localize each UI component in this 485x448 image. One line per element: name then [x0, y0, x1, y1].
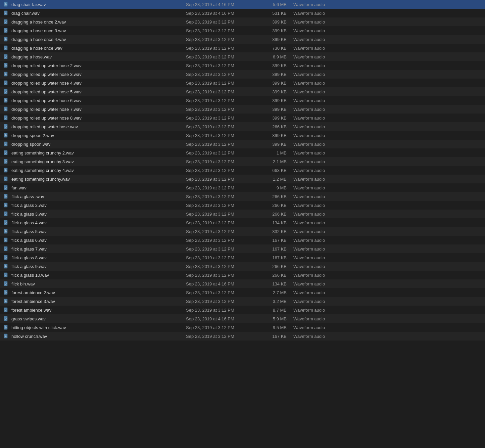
table-row[interactable]: hitting objects with stick.wavSep 23, 20… [0, 323, 485, 332]
table-row[interactable]: hollow crunch.wavSep 23, 2019 at 3:12 PM… [0, 332, 485, 341]
svg-rect-32 [6, 46, 7, 47]
table-row[interactable]: flick bin.wavSep 23, 2019 at 4:16 PM134 … [0, 279, 485, 288]
table-row[interactable]: dropping rolled up water hose 2.wavSep 2… [0, 61, 485, 70]
audio-file-icon [3, 62, 9, 69]
table-row[interactable]: flick a glass 6.wavSep 23, 2019 at 3:12 … [0, 236, 485, 244]
table-row[interactable]: dragging a hose once.wavSep 23, 2019 at … [0, 44, 485, 52]
table-row[interactable]: flick a glass 2.wavSep 23, 2019 at 3:12 … [0, 201, 485, 210]
file-name: flick a glass 6.wav [11, 238, 186, 243]
file-name: dropping rolled up water hose 5.wav [11, 89, 186, 94]
svg-point-209 [5, 301, 6, 302]
svg-point-131 [5, 187, 6, 188]
table-row[interactable]: eating something crunchy 3.wavSep 23, 20… [0, 157, 485, 166]
table-row[interactable]: flick a glass 7.wavSep 23, 2019 at 3:12 … [0, 244, 485, 253]
audio-file-icon [3, 202, 9, 209]
svg-rect-140 [6, 203, 7, 204]
file-date: Sep 23, 2019 at 3:12 PM [186, 229, 263, 234]
table-row[interactable]: dropping rolled up water hose 3.wavSep 2… [0, 70, 485, 79]
svg-rect-8 [6, 11, 7, 12]
file-type: Waveform audio [293, 72, 482, 77]
table-row[interactable]: forest ambience 3.wavSep 23, 2019 at 3:1… [0, 297, 485, 306]
audio-file-icon [3, 10, 9, 16]
table-row[interactable]: dragging a hose once 2.wavSep 23, 2019 a… [0, 17, 485, 26]
table-row[interactable]: dropping rolled up water hose 8.wavSep 2… [0, 114, 485, 122]
audio-file-icon [3, 149, 9, 156]
table-row[interactable]: eating something crunchy.wavSep 23, 2019… [0, 175, 485, 183]
svg-point-227 [5, 327, 6, 328]
table-row[interactable]: dropping spoon 2.wavSep 23, 2019 at 3:12… [0, 131, 485, 140]
svg-point-35 [5, 47, 6, 48]
svg-point-59 [5, 82, 6, 83]
file-type: Waveform audio [293, 81, 482, 86]
table-row[interactable]: flick a glass 9.wavSep 23, 2019 at 3:12 … [0, 262, 485, 271]
file-date: Sep 23, 2019 at 3:12 PM [186, 142, 263, 147]
table-row[interactable]: forest ambience.wavSep 23, 2019 at 3:12 … [0, 306, 485, 314]
file-size: 8.7 MB [263, 308, 293, 313]
file-type: Waveform audio [293, 299, 482, 304]
file-name: flick a glass 10.wav [11, 273, 186, 278]
table-row[interactable]: dropping rolled up water hose 7.wavSep 2… [0, 105, 485, 114]
audio-file-icon [3, 184, 9, 191]
table-row[interactable]: flick a glass 10.wavSep 23, 2019 at 3:12… [0, 271, 485, 279]
file-date: Sep 23, 2019 at 3:12 PM [186, 212, 263, 217]
audio-file-icon [3, 45, 9, 51]
file-type: Waveform audio [293, 229, 482, 234]
table-row[interactable]: dropping spoon.wavSep 23, 2019 at 3:12 P… [0, 140, 485, 148]
table-row[interactable]: dragging a hose once 3.wavSep 23, 2019 a… [0, 26, 485, 35]
file-name: forest ambience.wav [11, 308, 186, 313]
audio-file-icon [3, 71, 9, 78]
table-row[interactable]: dropping rolled up water hose 6.wavSep 2… [0, 96, 485, 105]
file-date: Sep 23, 2019 at 3:12 PM [186, 19, 263, 25]
file-size: 5.6 MB [263, 2, 293, 7]
svg-point-23 [5, 30, 6, 31]
file-size: 134 KB [263, 281, 293, 286]
svg-point-71 [5, 100, 6, 101]
file-date: Sep 23, 2019 at 3:12 PM [186, 72, 263, 77]
table-row[interactable]: fan.wavSep 23, 2019 at 3:12 PM9 MBWavefo… [0, 183, 485, 192]
file-name: dropping spoon.wav [11, 142, 186, 147]
file-name: flick a glass 4.wav [11, 220, 186, 225]
table-row[interactable]: forest ambience 2.wavSep 23, 2019 at 3:1… [0, 288, 485, 297]
table-row[interactable]: flick a glass .wavSep 23, 2019 at 3:12 P… [0, 192, 485, 201]
audio-file-icon [3, 211, 9, 217]
file-date: Sep 23, 2019 at 4:16 PM [186, 316, 263, 321]
table-row[interactable]: dropping rolled up water hose 4.wavSep 2… [0, 79, 485, 87]
table-row[interactable]: drag chair far.wavSep 23, 2019 at 4:16 P… [0, 0, 485, 9]
audio-file-icon [3, 53, 9, 60]
file-name: dropping rolled up water hose 8.wav [11, 116, 186, 121]
table-row[interactable]: flick a glass 5.wavSep 23, 2019 at 3:12 … [0, 227, 485, 236]
file-name: eating something crunchy 4.wav [11, 168, 186, 173]
file-name: forest ambience 3.wav [11, 299, 186, 304]
svg-point-83 [5, 117, 6, 118]
svg-point-173 [5, 248, 6, 249]
audio-file-icon [3, 324, 9, 331]
file-size: 134 KB [263, 220, 293, 225]
table-row[interactable]: drag chair.wavSep 23, 2019 at 4:16 PM531… [0, 9, 485, 17]
table-row[interactable]: eating something crunchy 4.wavSep 23, 20… [0, 166, 485, 175]
svg-point-17 [5, 21, 6, 22]
audio-file-icon [3, 167, 9, 174]
table-row[interactable]: dropping rolled up water hose.wavSep 23,… [0, 122, 485, 131]
file-type: Waveform audio [293, 98, 482, 103]
table-row[interactable]: dragging a hose once 4.wavSep 23, 2019 a… [0, 35, 485, 44]
file-size: 9 MB [263, 185, 293, 190]
svg-rect-230 [6, 334, 7, 335]
svg-rect-74 [6, 107, 7, 108]
file-date: Sep 23, 2019 at 3:12 PM [186, 107, 263, 112]
svg-point-221 [5, 318, 6, 319]
file-date: Sep 23, 2019 at 3:12 PM [186, 264, 263, 269]
table-row[interactable]: flick a glass 4.wavSep 23, 2019 at 3:12 … [0, 218, 485, 227]
table-row[interactable]: dropping rolled up water hose 5.wavSep 2… [0, 87, 485, 96]
audio-file-icon [3, 280, 9, 287]
table-row[interactable]: flick a glass 8.wavSep 23, 2019 at 3:12 … [0, 253, 485, 262]
table-row[interactable]: grass swipes.wavSep 23, 2019 at 4:16 PM5… [0, 314, 485, 323]
table-row[interactable]: flick a glass 3.wavSep 23, 2019 at 3:12 … [0, 210, 485, 218]
file-type: Waveform audio [293, 238, 482, 243]
table-row[interactable]: eating something crunchy 2.wavSep 23, 20… [0, 148, 485, 157]
file-date: Sep 23, 2019 at 3:12 PM [186, 116, 263, 121]
audio-file-icon [3, 193, 9, 200]
file-type: Waveform audio [293, 19, 482, 25]
file-type: Waveform audio [293, 168, 482, 173]
table-row[interactable]: dragging a hose.wavSep 23, 2019 at 3:12 … [0, 52, 485, 61]
svg-point-5 [5, 4, 6, 5]
